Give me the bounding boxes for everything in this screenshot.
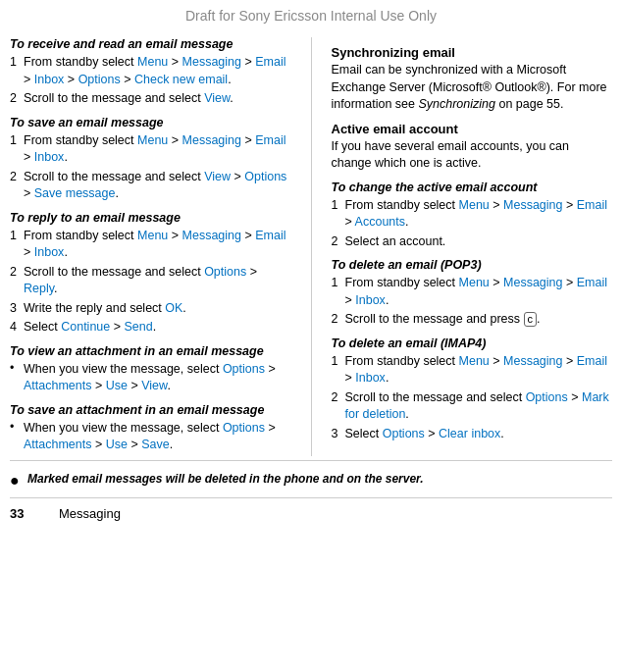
link-text: Menu	[137, 229, 168, 242]
left-column: To receive and read an email message1Fro…	[10, 37, 299, 456]
key-button: c	[524, 312, 538, 327]
step-text: Write the reply and select OK.	[24, 300, 291, 318]
link-text: View	[141, 379, 167, 392]
section-body: Email can be synchronized with a Microso…	[332, 62, 613, 114]
step-text: Scroll to the message and select View > …	[24, 169, 291, 203]
step: 4Select Continue > Send.	[10, 319, 291, 336]
plain-text: >	[24, 73, 34, 86]
notice-text: Marked email messages will be deleted in…	[27, 471, 423, 488]
step-text: Scroll to the message and select Options…	[24, 264, 291, 298]
link-text: Use	[106, 438, 128, 451]
plain-text: .	[500, 427, 503, 440]
plain-text: >	[265, 421, 276, 435]
plain-text: >	[563, 198, 577, 212]
step: 1From standby select Menu > Messaging > …	[332, 353, 613, 388]
plain-text: .	[167, 379, 170, 392]
step-text: From standby select Menu > Messaging > E…	[345, 197, 613, 232]
step-number: 1	[332, 353, 345, 388]
link-text: Email	[255, 133, 285, 147]
plain-text: .	[537, 312, 540, 326]
step-number: 2	[332, 233, 345, 251]
plain-text: >	[563, 276, 577, 289]
plain-text: From standby select	[345, 276, 459, 289]
step-number: 1	[10, 54, 24, 88]
link-text: Email	[255, 229, 285, 242]
section-body: If you have several email accounts, you …	[332, 138, 613, 173]
plain-text: Select an account.	[345, 234, 446, 248]
link-text: OK	[165, 301, 182, 315]
step-text: From standby select Menu > Messaging > E…	[24, 228, 291, 262]
link-text: Save message	[34, 186, 116, 200]
plain-section-title: Active email account	[332, 122, 613, 136]
plain-text: >	[91, 438, 105, 451]
plain-section-title: Synchronizing email	[332, 45, 613, 60]
link-text: Send	[125, 320, 153, 334]
plain-text: .	[386, 371, 389, 385]
link-text: Options	[78, 73, 121, 86]
main-content: To receive and read an email message1Fro…	[0, 29, 622, 456]
link-text: Email	[577, 354, 607, 368]
step: 2Scroll to the message and select View >…	[10, 169, 291, 203]
step-number: 1	[10, 228, 24, 262]
plain-text: Select	[345, 427, 383, 440]
link-text: Reply	[24, 282, 54, 295]
step-number: 1	[10, 132, 24, 167]
bullet-item: •When you view the message, select Optio…	[10, 420, 291, 454]
plain-text: Scroll to the message and select	[345, 390, 526, 404]
header: Draft for Sony Ericsson Internal Use Onl…	[0, 0, 622, 29]
link-text: Accounts	[355, 215, 405, 229]
link-text: Email	[255, 55, 285, 69]
section-title: To receive and read an email message	[10, 37, 291, 51]
section-title: To save an attachment in an email messag…	[10, 403, 291, 417]
plain-text: >	[24, 245, 34, 259]
page-label: Messaging	[59, 506, 121, 521]
step: 2Scroll to the message and select Option…	[10, 264, 291, 298]
step-number: 2	[332, 311, 345, 329]
plain-text: >	[241, 229, 255, 242]
plain-text: From standby select	[24, 133, 137, 147]
plain-text: >	[241, 55, 255, 69]
bullet-item: •When you view the message, select Optio…	[10, 361, 291, 395]
plain-text: From standby select	[24, 229, 137, 242]
link-text: Options	[244, 170, 286, 183]
bullet-dot: •	[10, 361, 24, 395]
plain-text: >	[568, 390, 582, 404]
link-text: Inbox	[355, 293, 386, 307]
notice-area: ●Marked email messages will be deleted i…	[0, 465, 622, 493]
step-number: 3	[10, 300, 24, 318]
link-text: Use	[106, 379, 128, 392]
link-text: Messaging	[503, 276, 562, 289]
link-text: Messaging	[503, 198, 562, 212]
step: 1From standby select Menu > Messaging > …	[10, 132, 291, 167]
link-text: Options	[223, 362, 265, 376]
step-text: From standby select Menu > Messaging > E…	[24, 132, 291, 167]
step: 2Select an account.	[332, 233, 613, 251]
step-number: 1	[332, 275, 345, 309]
step-number: 3	[332, 426, 345, 443]
step: 2Scroll to the message and select Option…	[332, 389, 613, 424]
bullet-text: When you view the message, select Option…	[24, 361, 291, 395]
page-number: 33	[10, 506, 49, 521]
link-text: Attachments	[24, 438, 91, 451]
link-text: Messaging	[503, 354, 562, 368]
link-text: Options	[383, 427, 425, 440]
plain-text: >	[425, 427, 439, 440]
link-text: Continue	[61, 320, 110, 334]
step-number: 1	[332, 197, 345, 232]
link-text: Inbox	[34, 73, 65, 86]
step-number: 2	[10, 90, 24, 108]
plain-text: >	[168, 133, 181, 147]
plain-text: .	[170, 438, 173, 451]
plain-text: .	[405, 215, 408, 229]
step-text: From standby select Menu > Messaging > E…	[345, 275, 613, 309]
plain-text: >	[64, 73, 78, 86]
section-title: To delete an email (POP3)	[332, 258, 613, 272]
step-text: Scroll to the message and press c.	[345, 311, 613, 329]
plain-text: >	[490, 198, 503, 212]
link-text: Inbox	[34, 150, 65, 164]
link-text: Messaging	[182, 55, 241, 69]
plain-text: >	[24, 150, 34, 164]
plain-text: >	[168, 55, 181, 69]
step-text: Select an account.	[345, 233, 613, 251]
link-text: Options	[204, 265, 246, 279]
